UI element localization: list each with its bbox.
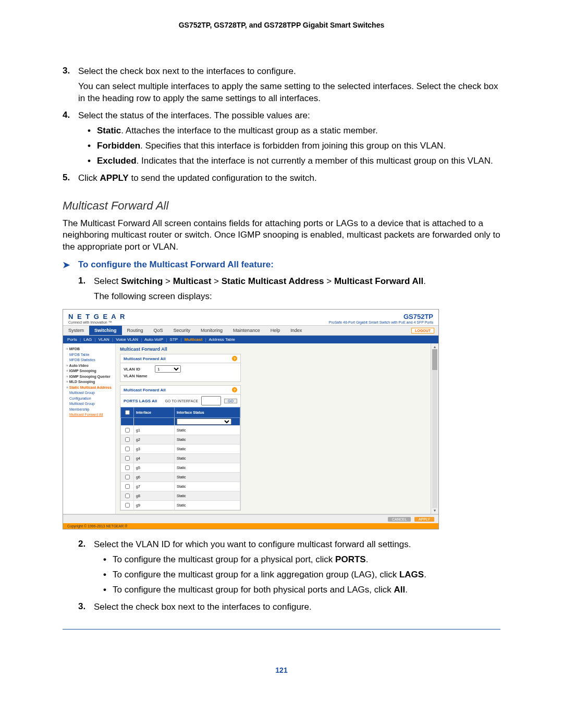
ports-lags-all[interactable]: PORTS LAGS All	[124, 399, 157, 403]
step-text: Select the VLAN ID for which you want to…	[94, 539, 411, 549]
proc-arrow-icon: ➤	[63, 260, 78, 270]
go-to-interface-input[interactable]	[201, 396, 221, 405]
row-checkbox[interactable]	[125, 493, 130, 498]
sidebar-item-mgc[interactable]: Multicast Group Configuration	[66, 390, 113, 401]
sidebar-item-igmp-snoop[interactable]: IGMP Snooping	[66, 368, 113, 374]
bullet-rest: . Attaches the interface to the multicas…	[121, 126, 377, 135]
tab-routing[interactable]: Routing	[122, 326, 149, 335]
bullet-body: Excluded. Indicates that the interface i…	[97, 155, 500, 167]
side-nav: MFDB MFDB Table MFDB Statistics Auto-Vid…	[63, 343, 116, 514]
bullet-body: Forbidden. Specifies that this interface…	[97, 140, 500, 152]
sidebar-item-igmp-querier[interactable]: IGMP Snooping Querier	[66, 374, 113, 380]
bullet-dot: •	[88, 125, 97, 137]
cell-status: Static	[175, 435, 240, 445]
logout-button[interactable]: LOGOUT	[411, 328, 434, 334]
step-body: Select the VLAN ID for which you want to…	[94, 539, 500, 596]
step-num: 1.	[78, 276, 94, 303]
go-button[interactable]: GO	[224, 399, 237, 403]
bullet-bold: All	[394, 585, 406, 595]
subnav-item[interactable]: Address Table	[209, 337, 235, 342]
tab-index[interactable]: Index	[285, 326, 307, 335]
proc-heading-text: To configure the Multicast Forward All f…	[78, 260, 274, 270]
tab-qos[interactable]: QoS	[149, 326, 168, 335]
bullet-rest: . Indicates that the interface is not cu…	[137, 156, 493, 166]
step-subpara: The following screen displays:	[94, 291, 500, 303]
tab-system[interactable]: System	[63, 326, 89, 335]
footer-rule	[63, 629, 500, 630]
row-checkbox[interactable]	[125, 484, 130, 489]
bullet-dot: •	[88, 140, 97, 152]
cell-if: g9	[134, 501, 175, 510]
step-body: Select Switching > Multicast > Static Mu…	[94, 276, 500, 303]
help-icon[interactable]: ?	[232, 387, 237, 392]
cell-if: g5	[134, 463, 175, 473]
tab-monitoring[interactable]: Monitoring	[195, 326, 228, 335]
subnav-item[interactable]: LAG	[83, 337, 92, 342]
tab-switching[interactable]: Switching	[89, 326, 122, 335]
bullet-pre: To configure the multicast group for a p…	[113, 554, 335, 564]
step-num: 5.	[63, 172, 78, 184]
row-checkbox[interactable]	[125, 503, 130, 508]
step-body: Select the status of the interfaces. The…	[78, 110, 500, 167]
bullet-rest: . Specifies that this interface is forbi…	[140, 141, 446, 151]
row-checkbox[interactable]	[125, 456, 130, 461]
bullet-dot: •	[103, 554, 113, 566]
vlan-name-label: VLAN Name	[124, 374, 155, 378]
subnav-item[interactable]: Ports	[67, 337, 77, 342]
step-bold: APPLY	[100, 173, 129, 183]
tab-security[interactable]: Security	[168, 326, 196, 335]
cell-if: g3	[134, 445, 175, 454]
step-num: 4.	[63, 110, 78, 167]
row-checkbox[interactable]	[125, 447, 130, 451]
subnav-item[interactable]: Auto-VoIP	[144, 337, 163, 342]
row-checkbox[interactable]	[125, 437, 130, 442]
col-interface: Interface	[134, 408, 175, 418]
scroll-thumb[interactable]	[432, 349, 437, 370]
step-pre: Select	[94, 276, 121, 286]
tab-maintenance[interactable]: Maintenance	[228, 326, 265, 335]
row-checkbox[interactable]	[125, 465, 130, 470]
sidebar-item-auto-video[interactable]: Auto-Video	[66, 363, 113, 369]
bullet-dot: •	[103, 569, 113, 581]
vlan-id-label: VLAN ID	[124, 367, 155, 372]
subnav-item-active[interactable]: Multicast	[185, 337, 203, 342]
main-tabs: System Switching Routing QoS Security Mo…	[63, 325, 438, 336]
tab-help[interactable]: Help	[265, 326, 286, 335]
subnav-item[interactable]: VLAN	[99, 337, 109, 342]
bullet-body: To configure the multicast group for a p…	[113, 554, 500, 566]
sidebar-item-mfdb-stats[interactable]: MFDB Statistics	[66, 357, 113, 363]
sidebar-item-mfdb-table[interactable]: MFDB Table	[66, 352, 113, 358]
select-all-checkbox[interactable]	[125, 410, 130, 415]
row-checkbox[interactable]	[125, 428, 130, 433]
cell-status: Static	[175, 454, 240, 463]
scroll-up-icon[interactable]: ▴	[434, 344, 436, 349]
row-checkbox[interactable]	[125, 475, 130, 479]
bullet-pre: To configure the multicast group for a l…	[113, 570, 399, 579]
scrollbar[interactable]: ▴ ▾	[431, 343, 438, 514]
status-select[interactable]	[177, 418, 231, 425]
subnav-item[interactable]: Voice VLAN	[116, 337, 138, 342]
help-icon[interactable]: ?	[232, 356, 237, 361]
col-interface-status: Interface Status	[175, 408, 240, 418]
sidebar-item-mld-snoop[interactable]: MLD Snooping	[66, 379, 113, 385]
netgear-tagline: Connect with Innovation ™	[68, 320, 126, 324]
bullet-post: .	[424, 570, 426, 579]
sidebar-item-mfdb[interactable]: MFDB	[66, 347, 113, 352]
subnav-item[interactable]: STP	[170, 337, 178, 342]
apply-button[interactable]: APPLY	[414, 517, 434, 522]
device-model: GS752TP	[329, 313, 433, 320]
bullet-body: To configure the multicast group for bot…	[113, 584, 500, 596]
step-num: 2.	[78, 539, 94, 596]
vlan-id-select[interactable]: 1	[155, 365, 181, 373]
section-heading: Multicast Forward All	[63, 199, 500, 213]
bullet-post: .	[366, 554, 369, 564]
nav-sep: >	[324, 276, 334, 286]
bullet-dot: •	[103, 584, 113, 596]
cell-if: g1	[134, 426, 175, 435]
scroll-down-icon[interactable]: ▾	[434, 508, 436, 513]
sidebar-item-static-multicast[interactable]: Static Multicast Address	[66, 385, 113, 391]
sidebar-item-mfa[interactable]: Multicast Forward All	[66, 412, 113, 418]
cancel-button[interactable]: CANCEL	[388, 517, 411, 522]
sidebar-item-mgm[interactable]: Multicast Group Membership	[66, 401, 113, 412]
nav-part: Multicast Forward All	[334, 276, 423, 286]
